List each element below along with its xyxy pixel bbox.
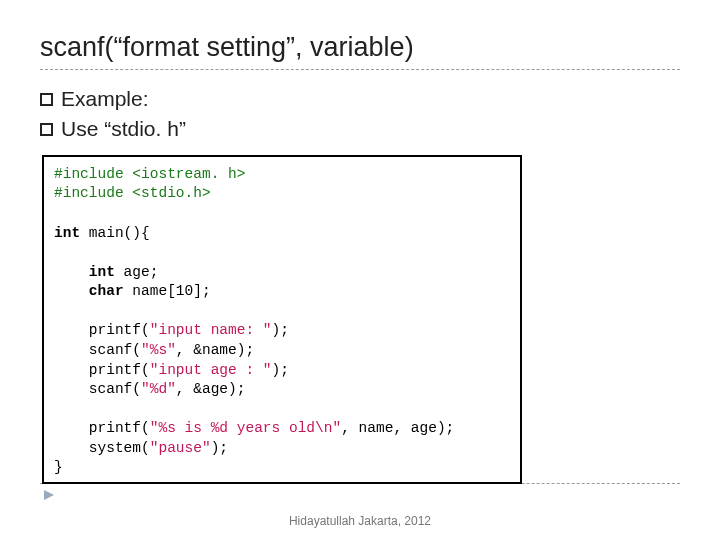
bullet-list: Example: Use “stdio. h” [40,84,680,145]
indent [54,420,89,436]
string-literal: "%s is %d years old\n" [150,420,341,436]
indent [54,342,89,358]
bullet-text: Example: [61,84,149,114]
code-line: printf("input name: "); [54,321,510,341]
string-literal: "%s" [141,342,176,358]
footer-text: Hidayatullah Jakarta, 2012 [0,514,720,528]
svg-marker-0 [44,490,54,500]
indent [54,283,89,299]
code-text: , &name); [176,342,254,358]
code-line [54,302,510,322]
indent [54,362,89,378]
preprocessor: #include [54,185,132,201]
preprocessor: #include [54,166,132,182]
code-text: ); [272,322,289,338]
slide-title: scanf(“format setting”, variable) [40,32,680,70]
code-text: , name, age); [341,420,454,436]
code-line: scanf("%d", &age); [54,380,510,400]
code-text: name[10]; [124,283,211,299]
bullet-item: Use “stdio. h” [40,114,680,144]
code-text: printf( [89,362,150,378]
indent [54,440,89,456]
string-literal: "input name: " [150,322,272,338]
string-literal: "input age : " [150,362,272,378]
indent [54,322,89,338]
code-text: , &age); [176,381,246,397]
code-text: system( [89,440,150,456]
indent [54,264,89,280]
code-text: age; [115,264,159,280]
code-line: scanf("%s", &name); [54,341,510,361]
code-line: int main(){ [54,224,510,244]
code-text: main(){ [80,225,150,241]
code-text: scanf( [89,342,141,358]
code-line: #include <iostream. h> [54,165,510,185]
code-line [54,204,510,224]
keyword: int [89,264,115,280]
code-line: } [54,458,510,478]
slide-content: scanf(“format setting”, variable) Exampl… [0,0,720,484]
keyword: char [89,283,124,299]
string-literal: "%d" [141,381,176,397]
code-line: printf("%s is %d years old\n", name, age… [54,419,510,439]
code-text: printf( [89,322,150,338]
code-line: char name[10]; [54,282,510,302]
code-line: printf("input age : "); [54,361,510,381]
code-line: int age; [54,263,510,283]
code-text: ); [211,440,228,456]
code-line [54,400,510,420]
include-header: <stdio.h> [132,185,210,201]
code-text: ); [272,362,289,378]
include-header: <iostream. h> [132,166,245,182]
code-line: system("pause"); [54,439,510,459]
code-line [54,243,510,263]
bullet-text: Use “stdio. h” [61,114,186,144]
keyword: int [54,225,80,241]
code-text: printf( [89,420,150,436]
play-icon [42,484,56,507]
square-bullet-icon [40,93,53,106]
code-text: scanf( [89,381,141,397]
square-bullet-icon [40,123,53,136]
code-block: #include <iostream. h> #include <stdio.h… [42,155,522,484]
indent [54,381,89,397]
bullet-item: Example: [40,84,680,114]
string-literal: "pause" [150,440,211,456]
code-line: #include <stdio.h> [54,184,510,204]
